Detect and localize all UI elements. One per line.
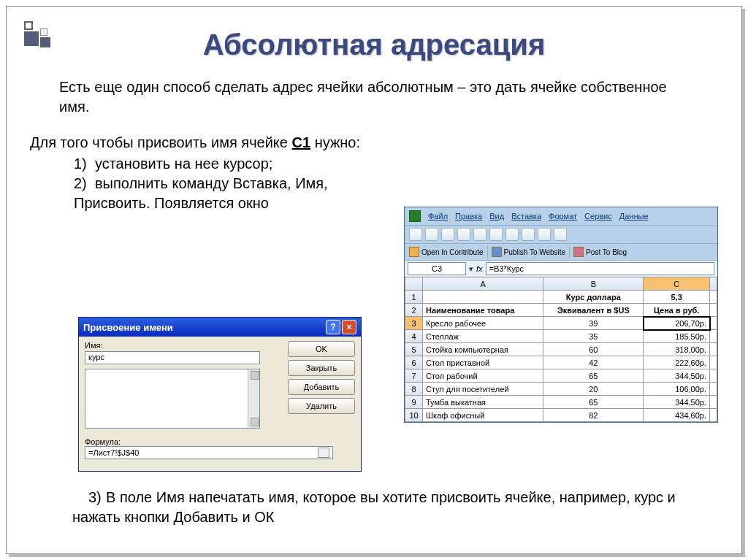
open-in-contribute[interactable]: Open In Contribute	[421, 248, 484, 256]
cell[interactable]: 5,3	[644, 291, 710, 304]
cell[interactable]: 82	[543, 409, 644, 422]
scrollbar[interactable]	[248, 369, 259, 428]
col-header-a[interactable]: A	[423, 277, 543, 291]
cell[interactable]: Стол приставной	[423, 356, 543, 369]
cell[interactable]: 344,50р.	[644, 369, 710, 383]
cell[interactable]: 222,60р.	[644, 356, 710, 369]
row-header[interactable]: 9	[405, 396, 423, 409]
cell[interactable]: Стол рабочий	[423, 369, 543, 383]
row-header[interactable]: 10	[405, 409, 423, 422]
new-icon[interactable]	[409, 228, 422, 241]
help-icon[interactable]: ?	[326, 320, 340, 334]
menu-format[interactable]: Формат	[549, 212, 577, 220]
cell[interactable]: 65	[543, 396, 644, 409]
cell[interactable]: 42	[543, 356, 644, 369]
slide-title: Абсолютная адресация	[7, 28, 741, 61]
name-input[interactable]: курс	[85, 351, 260, 364]
cell[interactable]: Стеллаж	[423, 330, 543, 343]
delete-button[interactable]: Удалить	[288, 398, 355, 414]
dialog-titlebar[interactable]: Присвоение имени ? ×	[79, 318, 361, 337]
row-header[interactable]: 4	[405, 330, 423, 343]
row-header[interactable]: 8	[405, 383, 423, 396]
names-listbox[interactable]	[85, 369, 260, 429]
close-icon[interactable]: ×	[342, 320, 356, 334]
excel-toolbar[interactable]	[405, 225, 717, 243]
contribute-icon[interactable]	[409, 247, 419, 257]
dialog-title: Присвоение имени	[83, 322, 173, 333]
cell[interactable]: Эквивалент в $US	[543, 304, 644, 317]
excel-logo-icon	[409, 210, 421, 222]
cell[interactable]: 20	[543, 383, 644, 396]
menu-edit[interactable]: Правка	[455, 212, 482, 220]
row-header[interactable]: 2	[405, 304, 423, 317]
publish-to-website[interactable]: Publish To Website	[504, 248, 566, 256]
excel-menubar[interactable]: Файл Правка Вид Вставка Формат Сервис Да…	[405, 207, 717, 225]
formula-input[interactable]: =Лист7!$J$40	[85, 446, 333, 459]
cell[interactable]: Курс доллара	[543, 291, 644, 304]
cell[interactable]: 344,50р.	[644, 396, 710, 409]
spellcheck-icon[interactable]	[489, 228, 503, 241]
col-header-b[interactable]: B	[543, 277, 644, 291]
cell[interactable]: Стул для посетителей	[423, 383, 543, 396]
add-button[interactable]: Добавить	[288, 379, 355, 395]
namebox-dropdown-icon[interactable]: ▾	[469, 264, 473, 274]
save-icon[interactable]	[441, 228, 454, 241]
paste-icon[interactable]	[538, 228, 551, 241]
copy-icon[interactable]	[522, 228, 535, 241]
step-3: 3)В поле Имя напечатать имя, которое вы …	[72, 488, 708, 527]
cell[interactable]: Стойка компьютерная	[423, 343, 543, 356]
cell-edge	[710, 396, 717, 409]
col-header-c[interactable]: C	[644, 277, 710, 291]
menu-tools[interactable]: Сервис	[584, 212, 612, 220]
range-picker-icon[interactable]	[318, 448, 329, 458]
cell[interactable]: Наименование товара	[423, 304, 543, 317]
row-header[interactable]: 7	[405, 369, 423, 383]
open-icon[interactable]	[425, 228, 438, 241]
spreadsheet-grid[interactable]: A B C 1Курс доллара5,32Наименование това…	[405, 277, 717, 422]
contribute-toolbar[interactable]: Open In Contribute Publish To Website Po…	[405, 243, 717, 260]
menu-data[interactable]: Данные	[619, 212, 649, 220]
cell[interactable]: Тумба выкатная	[423, 396, 543, 409]
blog-icon[interactable]	[573, 247, 584, 257]
row-header[interactable]: 5	[405, 343, 423, 356]
preview-icon[interactable]	[473, 228, 486, 241]
print-icon[interactable]	[457, 228, 470, 241]
cut-icon[interactable]	[505, 228, 519, 241]
undo-icon[interactable]	[554, 228, 567, 241]
menu-file[interactable]: Файл	[428, 212, 448, 220]
cell[interactable]: 106,00р.	[644, 383, 710, 396]
formula-bar[interactable]: =B3*Курс	[486, 262, 714, 275]
cell[interactable]: 434,60р.	[644, 409, 710, 422]
cell[interactable]: 318,00р.	[644, 343, 710, 356]
name-box[interactable]: C3	[408, 262, 466, 275]
cell-edge	[710, 343, 717, 356]
cell[interactable]: Шкаф офисный	[423, 409, 543, 422]
close-button[interactable]: Закрыть	[288, 360, 355, 376]
fx-label[interactable]: fx	[476, 264, 483, 273]
cell[interactable]: 39	[543, 317, 644, 330]
cell[interactable]: Кресло рабочее	[423, 317, 543, 330]
col-header-d-edge[interactable]	[710, 277, 717, 291]
steps-block: Для того чтобы присвоить имя ячейке С1 н…	[30, 133, 381, 213]
cell[interactable]	[423, 291, 543, 304]
intro-paragraph: Есть еще один способ сделать адрес ячейк…	[59, 77, 689, 117]
row-header[interactable]: 6	[405, 356, 423, 369]
menu-view[interactable]: Вид	[489, 212, 504, 220]
formula-label: Формула:	[85, 437, 355, 446]
cell-edge	[710, 317, 717, 330]
cell[interactable]: 206,70р.	[644, 317, 710, 330]
row-header[interactable]: 1	[405, 291, 423, 304]
steps-cell-ref: С1	[292, 134, 311, 150]
row-header[interactable]: 3	[405, 317, 423, 330]
name-assign-dialog: Присвоение имени ? × Имя: курс Формула: …	[78, 317, 362, 472]
post-to-blog[interactable]: Post To Blog	[586, 248, 627, 256]
cell[interactable]: 65	[543, 369, 644, 383]
menu-insert[interactable]: Вставка	[511, 212, 541, 220]
cell[interactable]: 35	[543, 330, 644, 343]
corner-header[interactable]	[405, 277, 423, 291]
publish-icon[interactable]	[492, 247, 502, 257]
cell[interactable]: Цена в руб.	[644, 304, 710, 317]
ok-button[interactable]: OK	[288, 341, 355, 357]
cell[interactable]: 185,50р.	[644, 330, 710, 343]
cell[interactable]: 60	[543, 343, 644, 356]
